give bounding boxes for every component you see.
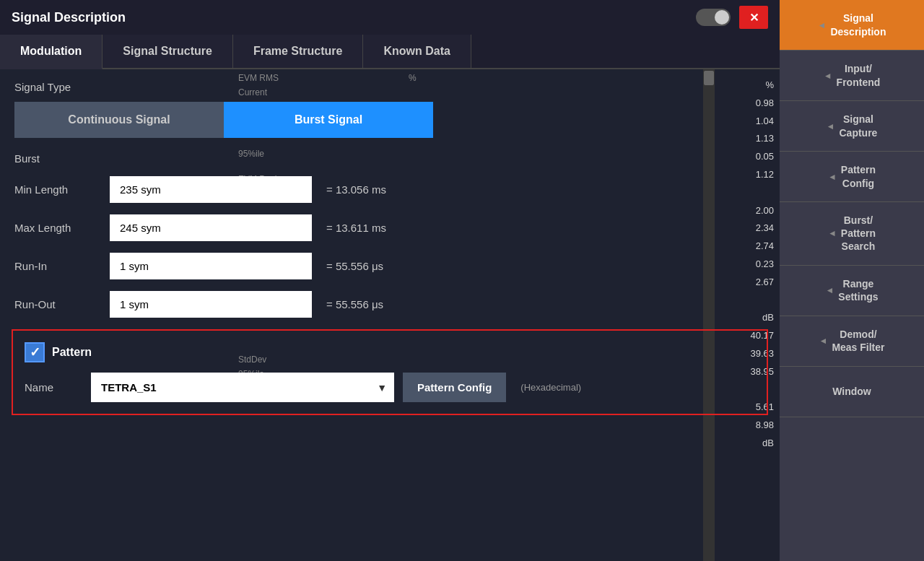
run-in-row: Run-In = 55.556 μs	[14, 253, 765, 279]
run-out-value: = 55.556 μs	[326, 298, 383, 310]
title-bar: Signal Description ✕	[0, 0, 780, 35]
sidebar-item-signal-capture[interactable]: ◄ SignalCapture	[780, 101, 924, 152]
sidebar-arrow-input-frontend: ◄	[824, 71, 832, 81]
pattern-config-button[interactable]: Pattern Config	[403, 373, 506, 402]
run-in-value: = 55.556 μs	[326, 260, 383, 272]
signal-type-label: Signal Type	[14, 81, 765, 93]
sidebar-item-window[interactable]: Window	[780, 367, 924, 417]
max-length-row: Max Length = 13.611 ms	[14, 214, 765, 241]
tab-bar: Modulation Signal Structure Frame Struct…	[0, 35, 780, 69]
sidebar-arrow-range-settings: ◄	[825, 285, 834, 295]
signal-type-row: Continuous Signal Burst Signal	[14, 102, 433, 138]
sidebar-label-input-frontend: Input/Frontend	[837, 62, 881, 88]
dialog-title: Signal Description	[12, 10, 126, 25]
hexadecimal-label: (Hexadecimal)	[520, 382, 581, 393]
sidebar-item-demod-meas-filter[interactable]: ◄ Demod/Meas Filter	[780, 316, 924, 367]
run-out-input[interactable]	[110, 291, 312, 318]
right-sidebar: ◄ SignalDescription ◄ Input/Frontend ◄ S…	[780, 0, 924, 561]
name-row: Name TETRA_S1 ▼ Pattern Config (Hexadeci…	[25, 373, 755, 402]
max-length-input[interactable]	[110, 214, 312, 241]
pattern-checkbox-container: ✓ Pattern	[25, 342, 92, 362]
max-length-value: = 13.611 ms	[326, 222, 386, 234]
min-length-input[interactable]	[110, 176, 312, 203]
sidebar-label-signal-capture: SignalCapture	[839, 113, 877, 139]
sidebar-label-range-settings: RangeSettings	[838, 277, 878, 303]
min-length-row: Min Length = 13.056 ms	[14, 176, 765, 203]
sidebar-label-burst-pattern-search: Burst/PatternSearch	[841, 214, 876, 253]
sidebar-arrow-burst-pattern-search: ◄	[828, 228, 837, 238]
run-in-label: Run-In	[14, 260, 101, 272]
min-length-label: Min Length	[14, 183, 101, 196]
run-out-row: Run-Out = 55.556 μs	[14, 291, 765, 318]
burst-signal-button[interactable]: Burst Signal	[224, 102, 433, 138]
min-length-value: = 13.056 ms	[326, 183, 386, 196]
sidebar-item-signal-description[interactable]: ◄ SignalDescription	[780, 0, 924, 51]
name-select-container: TETRA_S1 ▼	[91, 373, 394, 402]
continuous-signal-button[interactable]: Continuous Signal	[14, 102, 224, 138]
form-content: Signal Type Continuous Signal Burst Sign…	[0, 69, 780, 427]
tab-known-data[interactable]: Known Data	[363, 35, 471, 68]
run-in-input[interactable]	[110, 253, 312, 279]
content-area: EVM RMS % Current 95%ile EVM Peak StdDev…	[0, 69, 780, 561]
sidebar-label-signal-description: SignalDescription	[830, 12, 886, 38]
sidebar-arrow-pattern-config: ◄	[828, 172, 837, 182]
burst-section-label: Burst	[14, 152, 765, 165]
title-controls: ✕	[696, 6, 768, 29]
checkbox-check-icon: ✓	[30, 344, 40, 360]
run-out-label: Run-Out	[14, 298, 101, 310]
sidebar-item-range-settings[interactable]: ◄ RangeSettings	[780, 266, 924, 316]
pattern-checkbox[interactable]: ✓	[25, 342, 45, 362]
name-field-label: Name	[25, 381, 82, 393]
sidebar-label-pattern-config: PatternConfig	[841, 163, 876, 189]
pattern-section: ✓ Pattern Name TETRA_S1 ▼ Pattern Config	[12, 329, 768, 415]
sidebar-label-window: Window	[832, 385, 871, 398]
max-length-label: Max Length	[14, 222, 101, 234]
toggle-switch[interactable]	[696, 9, 731, 26]
sidebar-arrow-signal-description: ◄	[818, 20, 827, 30]
sidebar-item-input-frontend[interactable]: ◄ Input/Frontend	[780, 51, 924, 101]
sidebar-item-burst-pattern-search[interactable]: ◄ Burst/PatternSearch	[780, 202, 924, 266]
pattern-row: ✓ Pattern	[25, 342, 755, 362]
name-select[interactable]: TETRA_S1	[91, 373, 394, 402]
close-button[interactable]: ✕	[739, 6, 768, 29]
tab-frame-structure[interactable]: Frame Structure	[233, 35, 364, 68]
tab-modulation[interactable]: Modulation	[0, 35, 103, 69]
sidebar-label-demod-meas-filter: Demod/Meas Filter	[832, 328, 884, 354]
sidebar-item-pattern-config[interactable]: ◄ PatternConfig	[780, 152, 924, 202]
pattern-label: Pattern	[52, 346, 92, 359]
tab-signal-structure[interactable]: Signal Structure	[103, 35, 233, 68]
sidebar-arrow-demod-meas-filter: ◄	[819, 336, 827, 346]
sidebar-arrow-signal-capture: ◄	[827, 121, 835, 131]
